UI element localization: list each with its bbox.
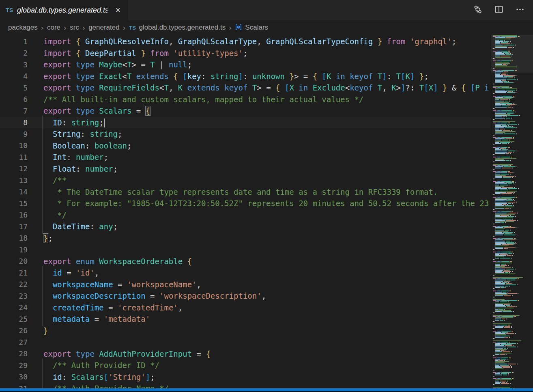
code-line[interactable]: 13 /** [0, 174, 491, 186]
code-line[interactable]: 19 [0, 244, 491, 256]
editor-body: 1import { GraphQLResolveInfo, GraphQLSca… [0, 35, 533, 392]
minimap-line [491, 181, 533, 182]
code-line[interactable]: 12 Float: number; [0, 163, 491, 175]
more-actions-button[interactable] [514, 4, 526, 16]
minimap-line [491, 124, 533, 125]
code-line[interactable]: 3export type Maybe<T> = T | null; [0, 59, 491, 71]
line-number[interactable]: 12 [0, 164, 28, 173]
code-line[interactable]: 1import { GraphQLResolveInfo, GraphQLSca… [0, 36, 491, 47]
code-token [43, 373, 53, 381]
code-token: } [438, 83, 447, 92]
minimap-token [495, 231, 508, 232]
line-number[interactable]: 30 [0, 373, 28, 381]
minimap-token [493, 238, 496, 239]
line-number[interactable]: 22 [0, 280, 28, 289]
line-number[interactable]: 28 [0, 349, 28, 358]
minimap-token [495, 305, 505, 306]
breadcrumb-item-core[interactable]: core [47, 24, 60, 32]
minimap-line [491, 140, 533, 140]
line-number[interactable]: 26 [0, 326, 28, 335]
code-line[interactable]: 16 */ [0, 209, 491, 221]
line-number[interactable]: 5 [0, 84, 28, 92]
line-number[interactable]: 23 [0, 292, 28, 300]
code-token: type [76, 106, 99, 115]
minimap-token [512, 233, 512, 234]
code-token: Int [53, 153, 67, 162]
minimap-token [508, 91, 512, 92]
line-number[interactable]: 1 [0, 37, 28, 46]
minimap-token [509, 337, 510, 338]
line-number[interactable]: 18 [0, 234, 28, 242]
line-number[interactable]: 4 [0, 72, 28, 80]
minimap-token [495, 294, 507, 295]
minimap-line [491, 93, 533, 94]
line-number[interactable]: 25 [0, 315, 28, 323]
minimap-token [500, 148, 505, 149]
line-number[interactable]: 3 [0, 60, 28, 69]
code-token: : [243, 72, 252, 81]
minimap-token [512, 211, 513, 212]
code-line[interactable]: 11 Int: number; [0, 151, 491, 163]
code-line[interactable]: 30 id: Scalars['String']; [0, 371, 491, 383]
line-number[interactable]: 16 [0, 211, 28, 219]
split-editor-button[interactable] [493, 4, 505, 16]
code-line[interactable]: 25 metadata = 'metadata' [0, 313, 491, 325]
breadcrumb-item-global-db-types-generated-ts[interactable]: TSglobal.db.types.generated.ts [129, 24, 226, 32]
close-tab-icon[interactable]: ✕ [114, 5, 123, 15]
code-line[interactable]: 24 createdTime = 'createdTime', [0, 302, 491, 314]
code-line[interactable]: 21 id = 'id', [0, 267, 491, 279]
code-line[interactable]: 7export type Scalars = { [0, 105, 491, 117]
line-number[interactable]: 6 [0, 95, 28, 103]
code-line[interactable]: 23 workspaceDescription = 'workspaceDesc… [0, 290, 491, 302]
code-line[interactable]: 10 Boolean: boolean; [0, 140, 491, 152]
code-editor[interactable]: 1import { GraphQLResolveInfo, GraphQLSca… [0, 35, 491, 392]
breadcrumb-item-generated[interactable]: generated [88, 24, 120, 32]
code-line[interactable]: 28export type AddAuthProviderInput = { [0, 348, 491, 360]
line-number[interactable]: 24 [0, 303, 28, 312]
minimap-token [505, 53, 509, 54]
code-line[interactable]: 5export type RequireFields<T, K extends … [0, 82, 491, 94]
code-token: T [150, 60, 155, 69]
line-number[interactable]: 15 [0, 199, 28, 208]
line-number[interactable]: 19 [0, 246, 28, 254]
code-line[interactable]: 4export type Exact<T extends { [key: str… [0, 71, 491, 82]
minimap-line [491, 293, 533, 294]
code-line[interactable]: 29 /** Auth Provider ID */ [0, 360, 491, 371]
line-number[interactable]: 13 [0, 176, 28, 185]
line-number[interactable]: 7 [0, 107, 28, 115]
line-number[interactable]: 10 [0, 141, 28, 150]
line-number[interactable]: 17 [0, 222, 28, 231]
code-line[interactable]: 22 workspaceName = 'workspaceName', [0, 279, 491, 291]
line-number[interactable]: 11 [0, 153, 28, 162]
code-line[interactable]: 14 * The DateTime scalar type represents… [0, 186, 491, 198]
minimap[interactable] [491, 35, 533, 392]
breadcrumb-item-scalars[interactable]: Scalars [235, 24, 268, 32]
code-line[interactable]: 18}; [0, 233, 491, 244]
minimap-line [491, 90, 533, 90]
line-number[interactable]: 27 [0, 338, 28, 347]
minimap-line [491, 349, 533, 350]
code-line[interactable]: 20export enum WorkspaceOrderable { [0, 256, 491, 267]
code-line[interactable]: 26} [0, 325, 491, 337]
breadcrumb-item-src[interactable]: src [70, 24, 79, 32]
minimap-line [491, 86, 533, 87]
minimap-line [491, 123, 533, 123]
line-number[interactable]: 20 [0, 257, 28, 265]
line-number[interactable]: 29 [0, 361, 28, 370]
code-line[interactable]: 27 [0, 336, 491, 348]
code-line[interactable]: 17 DateTime: any; [0, 221, 491, 233]
line-number[interactable]: 2 [0, 49, 28, 57]
code-line[interactable]: 9 String: string; [0, 128, 491, 140]
breadcrumb-item-packages[interactable]: packages [8, 24, 38, 32]
code-line[interactable]: 15 * For example: "1985-04-12T23:20:50.5… [0, 198, 491, 209]
code-line[interactable]: 8 ID: string; [0, 117, 491, 129]
tab-global-db-types-generated-ts[interactable]: TS global.db.types.generated.ts ✕ [0, 0, 128, 20]
code-line[interactable]: 2import { DeepPartial } from 'utility-ty… [0, 47, 491, 59]
minimap-line [491, 298, 533, 299]
line-number[interactable]: 8 [0, 118, 28, 127]
open-changes-button[interactable] [472, 4, 484, 16]
line-number[interactable]: 9 [0, 130, 28, 138]
line-number[interactable]: 14 [0, 187, 28, 196]
code-line[interactable]: 6/** All built-in and custom scalars, ma… [0, 94, 491, 106]
line-number[interactable]: 21 [0, 269, 28, 277]
